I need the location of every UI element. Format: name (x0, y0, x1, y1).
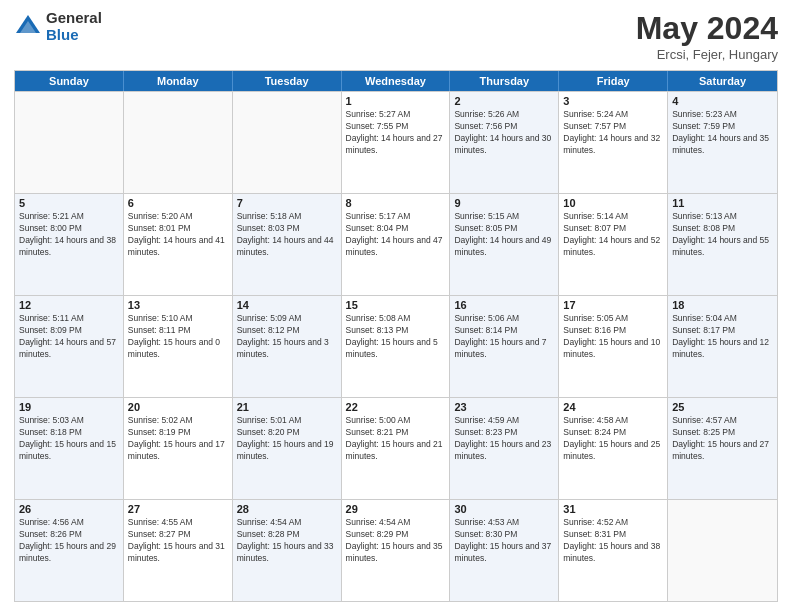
cell-info: Sunrise: 5:05 AMSunset: 8:16 PMDaylight:… (563, 313, 663, 361)
calendar-cell: 16Sunrise: 5:06 AMSunset: 8:14 PMDayligh… (450, 296, 559, 397)
main-title: May 2024 (636, 10, 778, 47)
cell-info: Sunrise: 5:06 AMSunset: 8:14 PMDaylight:… (454, 313, 554, 361)
calendar-row-4: 26Sunrise: 4:56 AMSunset: 8:26 PMDayligh… (15, 499, 777, 601)
calendar-cell: 25Sunrise: 4:57 AMSunset: 8:25 PMDayligh… (668, 398, 777, 499)
calendar-cell: 20Sunrise: 5:02 AMSunset: 8:19 PMDayligh… (124, 398, 233, 499)
cell-info: Sunrise: 5:02 AMSunset: 8:19 PMDaylight:… (128, 415, 228, 463)
calendar-body: 1Sunrise: 5:27 AMSunset: 7:55 PMDaylight… (15, 91, 777, 601)
title-block: May 2024 Ercsi, Fejer, Hungary (636, 10, 778, 62)
cell-info: Sunrise: 4:52 AMSunset: 8:31 PMDaylight:… (563, 517, 663, 565)
day-number: 29 (346, 503, 446, 515)
cell-info: Sunrise: 5:01 AMSunset: 8:20 PMDaylight:… (237, 415, 337, 463)
calendar-row-3: 19Sunrise: 5:03 AMSunset: 8:18 PMDayligh… (15, 397, 777, 499)
calendar-cell: 2Sunrise: 5:26 AMSunset: 7:56 PMDaylight… (450, 92, 559, 193)
cell-info: Sunrise: 5:04 AMSunset: 8:17 PMDaylight:… (672, 313, 773, 361)
cell-info: Sunrise: 5:26 AMSunset: 7:56 PMDaylight:… (454, 109, 554, 157)
calendar-cell: 24Sunrise: 4:58 AMSunset: 8:24 PMDayligh… (559, 398, 668, 499)
header-day-friday: Friday (559, 71, 668, 91)
calendar-cell (668, 500, 777, 601)
calendar-cell: 23Sunrise: 4:59 AMSunset: 8:23 PMDayligh… (450, 398, 559, 499)
header-day-monday: Monday (124, 71, 233, 91)
calendar-cell: 11Sunrise: 5:13 AMSunset: 8:08 PMDayligh… (668, 194, 777, 295)
cell-info: Sunrise: 5:27 AMSunset: 7:55 PMDaylight:… (346, 109, 446, 157)
calendar-row-0: 1Sunrise: 5:27 AMSunset: 7:55 PMDaylight… (15, 91, 777, 193)
cell-info: Sunrise: 5:03 AMSunset: 8:18 PMDaylight:… (19, 415, 119, 463)
calendar-cell: 19Sunrise: 5:03 AMSunset: 8:18 PMDayligh… (15, 398, 124, 499)
day-number: 22 (346, 401, 446, 413)
page: General Blue May 2024 Ercsi, Fejer, Hung… (0, 0, 792, 612)
day-number: 10 (563, 197, 663, 209)
day-number: 31 (563, 503, 663, 515)
logo: General Blue (14, 10, 102, 43)
day-number: 28 (237, 503, 337, 515)
day-number: 14 (237, 299, 337, 311)
calendar-cell: 15Sunrise: 5:08 AMSunset: 8:13 PMDayligh… (342, 296, 451, 397)
cell-info: Sunrise: 5:00 AMSunset: 8:21 PMDaylight:… (346, 415, 446, 463)
calendar-row-2: 12Sunrise: 5:11 AMSunset: 8:09 PMDayligh… (15, 295, 777, 397)
header-day-saturday: Saturday (668, 71, 777, 91)
day-number: 1 (346, 95, 446, 107)
cell-info: Sunrise: 5:23 AMSunset: 7:59 PMDaylight:… (672, 109, 773, 157)
calendar-cell (233, 92, 342, 193)
calendar-cell: 8Sunrise: 5:17 AMSunset: 8:04 PMDaylight… (342, 194, 451, 295)
day-number: 24 (563, 401, 663, 413)
day-number: 27 (128, 503, 228, 515)
day-number: 21 (237, 401, 337, 413)
day-number: 3 (563, 95, 663, 107)
day-number: 9 (454, 197, 554, 209)
calendar-cell: 26Sunrise: 4:56 AMSunset: 8:26 PMDayligh… (15, 500, 124, 601)
day-number: 25 (672, 401, 773, 413)
subtitle: Ercsi, Fejer, Hungary (636, 47, 778, 62)
logo-icon (14, 13, 42, 41)
calendar-cell: 18Sunrise: 5:04 AMSunset: 8:17 PMDayligh… (668, 296, 777, 397)
logo-blue-text: Blue (46, 27, 102, 44)
calendar-cell: 9Sunrise: 5:15 AMSunset: 8:05 PMDaylight… (450, 194, 559, 295)
header: General Blue May 2024 Ercsi, Fejer, Hung… (14, 10, 778, 62)
day-number: 4 (672, 95, 773, 107)
calendar: SundayMondayTuesdayWednesdayThursdayFrid… (14, 70, 778, 602)
cell-info: Sunrise: 4:55 AMSunset: 8:27 PMDaylight:… (128, 517, 228, 565)
calendar-cell: 31Sunrise: 4:52 AMSunset: 8:31 PMDayligh… (559, 500, 668, 601)
cell-info: Sunrise: 4:59 AMSunset: 8:23 PMDaylight:… (454, 415, 554, 463)
header-day-sunday: Sunday (15, 71, 124, 91)
calendar-cell (124, 92, 233, 193)
cell-info: Sunrise: 4:57 AMSunset: 8:25 PMDaylight:… (672, 415, 773, 463)
day-number: 18 (672, 299, 773, 311)
day-number: 12 (19, 299, 119, 311)
calendar-cell: 14Sunrise: 5:09 AMSunset: 8:12 PMDayligh… (233, 296, 342, 397)
day-number: 7 (237, 197, 337, 209)
logo-general-text: General (46, 10, 102, 27)
calendar-cell: 7Sunrise: 5:18 AMSunset: 8:03 PMDaylight… (233, 194, 342, 295)
calendar-cell: 10Sunrise: 5:14 AMSunset: 8:07 PMDayligh… (559, 194, 668, 295)
day-number: 13 (128, 299, 228, 311)
calendar-cell: 21Sunrise: 5:01 AMSunset: 8:20 PMDayligh… (233, 398, 342, 499)
calendar-cell: 1Sunrise: 5:27 AMSunset: 7:55 PMDaylight… (342, 92, 451, 193)
header-day-tuesday: Tuesday (233, 71, 342, 91)
day-number: 30 (454, 503, 554, 515)
day-number: 11 (672, 197, 773, 209)
cell-info: Sunrise: 4:53 AMSunset: 8:30 PMDaylight:… (454, 517, 554, 565)
calendar-cell: 22Sunrise: 5:00 AMSunset: 8:21 PMDayligh… (342, 398, 451, 499)
cell-info: Sunrise: 4:54 AMSunset: 8:28 PMDaylight:… (237, 517, 337, 565)
cell-info: Sunrise: 5:24 AMSunset: 7:57 PMDaylight:… (563, 109, 663, 157)
day-number: 15 (346, 299, 446, 311)
cell-info: Sunrise: 5:21 AMSunset: 8:00 PMDaylight:… (19, 211, 119, 259)
day-number: 17 (563, 299, 663, 311)
cell-info: Sunrise: 5:15 AMSunset: 8:05 PMDaylight:… (454, 211, 554, 259)
calendar-cell: 30Sunrise: 4:53 AMSunset: 8:30 PMDayligh… (450, 500, 559, 601)
day-number: 8 (346, 197, 446, 209)
header-day-wednesday: Wednesday (342, 71, 451, 91)
calendar-row-1: 5Sunrise: 5:21 AMSunset: 8:00 PMDaylight… (15, 193, 777, 295)
cell-info: Sunrise: 5:09 AMSunset: 8:12 PMDaylight:… (237, 313, 337, 361)
day-number: 23 (454, 401, 554, 413)
calendar-cell: 17Sunrise: 5:05 AMSunset: 8:16 PMDayligh… (559, 296, 668, 397)
cell-info: Sunrise: 5:17 AMSunset: 8:04 PMDaylight:… (346, 211, 446, 259)
cell-info: Sunrise: 5:13 AMSunset: 8:08 PMDaylight:… (672, 211, 773, 259)
day-number: 6 (128, 197, 228, 209)
calendar-cell (15, 92, 124, 193)
day-number: 26 (19, 503, 119, 515)
calendar-cell: 6Sunrise: 5:20 AMSunset: 8:01 PMDaylight… (124, 194, 233, 295)
cell-info: Sunrise: 5:10 AMSunset: 8:11 PMDaylight:… (128, 313, 228, 361)
day-number: 19 (19, 401, 119, 413)
calendar-cell: 3Sunrise: 5:24 AMSunset: 7:57 PMDaylight… (559, 92, 668, 193)
